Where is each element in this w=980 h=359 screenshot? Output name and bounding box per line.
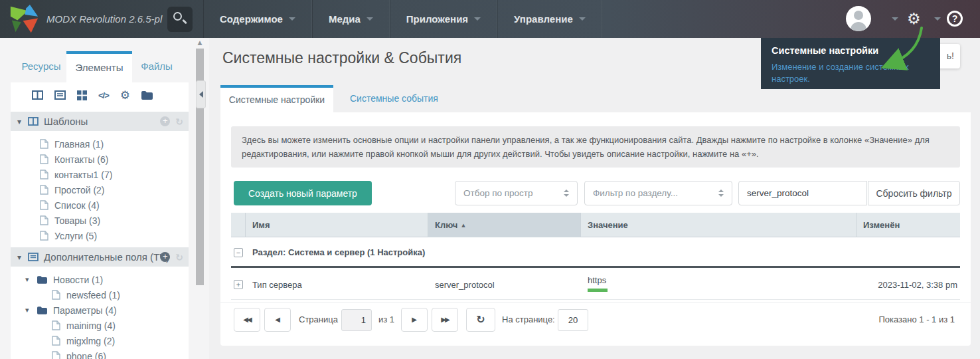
setting-value[interactable]: https (588, 275, 606, 285)
setting-name: Тип сервера (252, 270, 302, 300)
collapse-caret-icon[interactable]: ▾ (25, 275, 37, 284)
tree-item-template[interactable]: Простой (2) (11, 182, 189, 197)
menu-media[interactable]: Медиа (312, 0, 390, 38)
per-page-input[interactable] (558, 309, 588, 331)
chevron-down-icon (474, 17, 481, 21)
search-filter-input[interactable] (738, 181, 867, 205)
chevron-down-icon (289, 17, 295, 21)
tree-section-tv[interactable]: ▾ Дополнительные поля (TV) + ↻ (11, 247, 189, 267)
add-icon[interactable]: + (160, 116, 170, 126)
search-button[interactable] (167, 7, 193, 32)
create-setting-button[interactable]: Создать новый параметр (234, 181, 372, 205)
section-label: Шаблоны (44, 116, 88, 127)
column-header-value[interactable]: Значение (581, 213, 857, 237)
prev-page-button[interactable]: ◀ (264, 308, 291, 332)
per-page-label: На странице: (502, 308, 555, 332)
tree-item-template[interactable]: контакты1 (7) (11, 167, 189, 182)
tree-item-tv[interactable]: mainimg (4) (11, 318, 189, 333)
tree-item-template[interactable]: Список (4) (11, 197, 189, 213)
tab-system-settings[interactable]: Системные настройки (220, 85, 333, 113)
popover-description: Изменение и создание системных настроек. (772, 61, 930, 84)
modx-logo-icon (9, 4, 39, 34)
sidebar-collapse-handle[interactable] (196, 80, 206, 108)
setting-row[interactable]: + Тип сервера server_protocol https 2023… (231, 270, 960, 300)
collapse-caret-icon[interactable]: ▾ (17, 253, 28, 262)
section-label: Дополнительные поля (TV) (44, 251, 169, 263)
page-number-input[interactable] (341, 309, 372, 331)
help-icon[interactable]: ? (947, 11, 963, 27)
chevron-down-icon (367, 17, 373, 21)
menu-extras[interactable]: Приложения (390, 0, 497, 38)
element-tree: ▾ Шаблоны + ↻ Главная (1) Контакты (6) к… (11, 108, 189, 359)
sidebar-tab-resources[interactable]: Ресурсы (15, 51, 68, 82)
tree-item-template[interactable]: Услуги (5) (11, 228, 189, 243)
collapse-group-icon[interactable]: − (234, 248, 243, 257)
column-header-name[interactable]: Имя (246, 213, 428, 237)
snippet-icon[interactable] (77, 90, 87, 100)
pagination-bar: ◀◀ ◀ Страница из 1 ▶ ▶▶ ↻ На странице: П… (220, 302, 971, 335)
sidebar-tab-files[interactable]: Файлы (135, 51, 179, 82)
user-avatar[interactable] (846, 6, 871, 31)
tree-item-template[interactable]: Контакты (6) (11, 152, 189, 167)
template-icon (28, 117, 39, 126)
refresh-icon[interactable]: ↻ (175, 116, 183, 127)
refresh-grid-button[interactable]: ↻ (466, 308, 495, 332)
column-header-key[interactable]: Ключ▲ (428, 213, 581, 237)
panel-description: Здесь вы можете изменить основные опции … (231, 126, 960, 168)
next-page-button[interactable]: ▶ (401, 308, 428, 332)
top-bar: MODX Revolution 2.6.5-pl Содержимое Меди… (0, 0, 980, 38)
refresh-icon[interactable]: ↻ (175, 252, 183, 263)
chunk-icon[interactable] (54, 90, 66, 100)
document-icon (52, 351, 60, 359)
tree-item-template[interactable]: Главная (1) (11, 136, 189, 152)
template-icon[interactable] (32, 90, 43, 100)
tree-item-tv[interactable]: newsfeed (1) (11, 287, 189, 302)
setting-modified: 2023-11-02, 3:38 pm (857, 270, 957, 300)
left-sidebar: Ресурсы Элементы Файлы </> ⚙ ▾ Шаблоны +… (0, 38, 209, 359)
namespace-filter-select[interactable]: Отбор по простр (455, 181, 578, 205)
app-version-title: MODX Revolution 2.6.5-pl (46, 0, 162, 38)
last-page-button[interactable]: ▶▶ (432, 308, 458, 332)
category-gears-icon[interactable]: ⚙ (120, 90, 130, 101)
popover-title: Системные настройки (772, 45, 930, 56)
document-icon (40, 170, 48, 180)
scroll-up-arrow-icon[interactable]: ▲ (195, 39, 204, 46)
tree-item-folder[interactable]: ▾ Новости (1) (11, 272, 189, 287)
user-menu-chevron-icon[interactable] (892, 17, 898, 21)
document-icon (40, 139, 48, 149)
sidebar-tab-elements[interactable]: Элементы (66, 51, 132, 82)
menu-manage[interactable]: Управление (497, 0, 602, 38)
reset-filter-button[interactable]: Сбросить фильтр (868, 181, 960, 205)
document-icon (52, 320, 60, 330)
collapse-caret-icon[interactable]: ▾ (17, 117, 28, 126)
tree-item-template[interactable]: Товары (3) (11, 213, 189, 228)
sort-asc-icon: ▲ (461, 223, 465, 228)
chevron-left-icon (199, 91, 203, 98)
tree-section-templates[interactable]: ▾ Шаблоны + ↻ (11, 112, 189, 131)
collapse-caret-icon[interactable]: ▾ (25, 306, 37, 314)
plugin-icon[interactable]: </> (98, 90, 109, 100)
folder-icon (37, 276, 47, 284)
tree-item-tv[interactable]: migxlmg (2) (11, 333, 189, 348)
document-icon (40, 231, 48, 241)
area-filter-select[interactable]: Фильтр по разделу... (584, 181, 732, 205)
add-icon[interactable]: + (160, 252, 170, 262)
settings-panel: Здесь вы можете изменить основные опции … (220, 112, 971, 346)
tree-item-tv[interactable]: phone (6) (11, 348, 189, 359)
page-title: Системные настройки & События (222, 49, 461, 67)
settings-gear-icon[interactable]: ⚙ (907, 9, 921, 28)
menu-content[interactable]: Содержимое (203, 0, 312, 38)
document-icon (40, 154, 48, 164)
folder-icon[interactable] (141, 91, 153, 100)
select-arrows-icon (564, 189, 569, 197)
first-page-button[interactable]: ◀◀ (234, 308, 260, 332)
tab-system-events[interactable]: Системные события (342, 85, 446, 112)
tree-item-folder[interactable]: ▾ Параметры (4) (11, 302, 189, 318)
settings-chevron-icon[interactable] (934, 17, 941, 21)
expand-row-icon[interactable]: + (234, 280, 243, 289)
document-icon (40, 185, 48, 195)
showing-range-label: Показано 1 - 1 из 1 (878, 308, 955, 332)
main-menu: Содержимое Медиа Приложения Управление (203, 0, 602, 38)
templates-list: Главная (1) Контакты (6) контакты1 (7) П… (11, 131, 189, 247)
column-header-modified[interactable]: Изменён (857, 213, 960, 237)
